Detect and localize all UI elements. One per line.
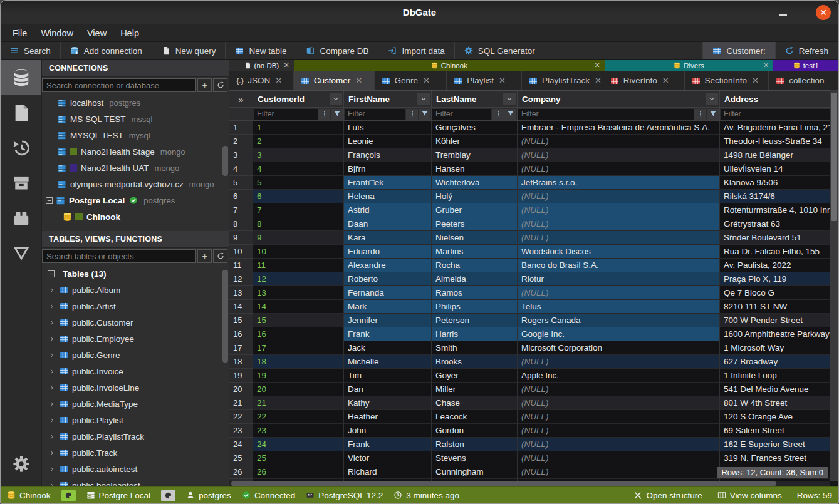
menu-help[interactable]: Help [113,28,146,38]
row-number-cell[interactable]: 24 [229,438,253,451]
filter-funnel-button[interactable] [504,109,516,120]
connection-item[interactable]: MS SQL TESTmssql [42,111,229,127]
statusbar-theme-database-button[interactable] [61,490,76,501]
grid-cell[interactable]: 11 [253,259,344,272]
chevron-right-icon[interactable] [48,287,55,294]
close-tab-icon[interactable]: ✕ [423,76,430,85]
new-query-button[interactable]: New query [152,42,226,59]
new-table-button[interactable]: New table [226,42,296,59]
connection-item[interactable]: MYSQL TESTmysql [42,127,229,143]
grid-cell[interactable]: Goyer [432,369,518,383]
grid-cell[interactable]: Bjřrn [344,162,432,176]
grid-cell[interactable]: (NULL) [518,355,720,369]
row-number-cell[interactable]: 1 [229,121,253,135]
grid-cell[interactable]: Gonçalves [432,121,518,135]
grid-cell[interactable]: 6 [253,190,344,203]
close-group-icon[interactable]: ✕ [595,61,600,69]
grid-cell[interactable]: François [344,148,432,162]
grid-cell[interactable]: Riotur [518,272,720,286]
grid-cell[interactable]: Embraer - Empresa Brasileira de Aeronáut… [518,121,720,135]
row-number-cell[interactable]: 12 [229,272,253,286]
chevron-right-icon[interactable] [48,352,55,359]
rail-item-files[interactable] [1,95,41,130]
row-number-cell[interactable]: 21 [229,396,253,410]
grid-cell[interactable]: Chase [432,396,518,410]
grid-cell[interactable]: (NULL) [518,217,720,231]
grid-cell[interactable]: Luís [344,121,432,135]
row-number-cell[interactable]: 20 [229,383,253,396]
database-item[interactable]: Chinook [42,208,229,225]
grid-cell[interactable]: Cunningham [432,465,518,479]
grid-cell[interactable]: Kara [344,231,432,245]
grid-cell[interactable]: 24 [253,438,344,451]
filter-funnel-button[interactable] [419,109,430,120]
add-table-small-button[interactable]: + [197,249,212,263]
grid-cell[interactable]: Grétrystraat 63 [720,217,831,231]
chevron-right-icon[interactable] [48,401,55,408]
grid-cell[interactable]: 13 [253,286,344,300]
table-item[interactable]: public.Album [42,282,229,298]
tab-customer[interactable]: Customer✕ [294,71,375,90]
column-header-customerid[interactable]: CustomerId [253,91,344,108]
close-group-icon[interactable]: ✕ [763,61,769,69]
table-item[interactable]: public.Artist [42,298,229,314]
filter-input[interactable] [345,109,405,120]
row-number-cell[interactable]: 2 [229,135,253,148]
row-number-cell[interactable]: 14 [229,300,253,314]
grid-cell[interactable]: Roberto [344,272,432,286]
filter-funnel-button[interactable] [707,109,719,120]
chevron-right-icon[interactable] [48,433,55,440]
grid-cell[interactable]: Leacock [432,410,518,424]
vertical-scrollbar[interactable] [830,90,838,481]
rail-item-cell-data[interactable] [1,235,41,270]
search-button[interactable]: Search [1,42,61,59]
row-number-cell[interactable]: 9 [229,231,253,245]
grid-cell[interactable]: Miller [432,383,518,396]
close-tab-icon[interactable]: ✕ [595,76,602,85]
grid-cell[interactable]: Tim [344,369,432,383]
table-item[interactable]: public.booleantest [42,477,229,486]
tab-sectioninfo[interactable]: SectionInfo✕ [685,71,769,90]
grid-cell[interactable]: John [344,424,432,438]
grid-cell[interactable]: 69 Salem Street [720,424,831,438]
grid-cell[interactable]: 15 [253,314,344,327]
row-number-cell[interactable]: 5 [229,176,253,190]
grid-cell[interactable]: Dan [344,383,432,396]
grid-cell[interactable]: 5 [253,176,344,190]
grid-cell[interactable]: Richard [344,465,432,479]
grid-cell[interactable]: Rua Dr. Falcão Filho, 155 [720,245,831,259]
row-number-cell[interactable]: 17 [229,341,253,355]
grid-cell[interactable]: Köhler [432,135,518,148]
add-connection-button[interactable]: Add connection [61,42,152,59]
grid-cell[interactable]: 19 [253,369,344,383]
grid-cell[interactable]: 14 [253,300,344,314]
tab-playlisttrack[interactable]: PlaylistTrack✕ [522,71,603,90]
current-tab-button[interactable]: Customer: [702,42,775,59]
chevron-right-icon[interactable] [48,417,55,424]
menu-view[interactable]: View [80,28,113,38]
filter-menu-button[interactable] [694,109,706,120]
grid-cell[interactable]: Mark [344,300,432,314]
grid-cell[interactable]: Frank [344,438,432,451]
row-number-cell[interactable]: 15 [229,314,253,327]
chevron-right-icon[interactable] [48,450,55,456]
grid-cell[interactable]: 627 Broadway [720,355,831,369]
grid-cell[interactable]: (NULL) [518,135,720,148]
column-menu-button[interactable] [417,93,430,105]
column-menu-button[interactable] [503,93,516,105]
grid-cell[interactable]: Klanova 9/506 [720,176,831,190]
connection-item[interactable]: Nano2Health UATmongo [42,160,229,176]
column-header-firstname[interactable]: FirstName [344,91,432,108]
grid-cell[interactable]: (NULL) [518,424,720,438]
grid-cell[interactable]: 10 [253,245,344,259]
grid-cell[interactable]: 4 [253,162,344,176]
grid-cell[interactable]: (NULL) [518,162,720,176]
grid-cell[interactable]: Wichterlová [432,176,518,190]
grid-cell[interactable]: 25 [253,451,344,465]
menu-file[interactable]: File [6,28,34,38]
chevron-right-icon[interactable] [48,336,55,342]
collapse-icon[interactable] [45,197,53,205]
close-tab-icon[interactable]: ✕ [662,76,669,85]
grid-cell[interactable]: 12 [253,272,344,286]
filter-input[interactable] [254,109,318,120]
